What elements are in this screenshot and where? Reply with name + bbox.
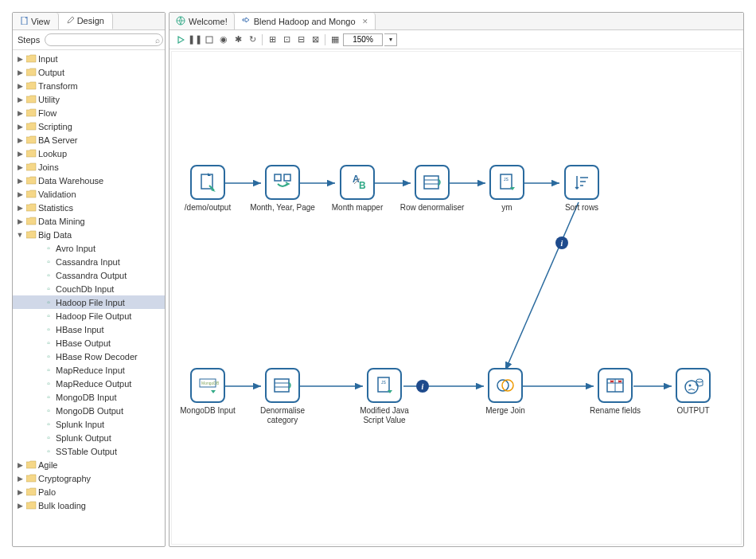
tree-leaf[interactable]: ▫HBase Output xyxy=(13,336,165,350)
run-icon[interactable] xyxy=(174,33,187,46)
tree-folder[interactable]: ▶Lookup xyxy=(13,147,165,160)
node-label: Row denormaliser xyxy=(400,203,465,213)
tree-leaf[interactable]: ▫MongoDB Input xyxy=(13,390,165,404)
app-root: View Design Steps ⌕ ⊞ ☰ ▶Input▶Output▶Tr… xyxy=(0,0,756,559)
tree-leaf[interactable]: ▫Hadoop File Output xyxy=(13,309,165,322)
node-row-denormaliser[interactable]: Row denormaliser xyxy=(396,165,468,213)
expand-arrow-icon[interactable]: ▶ xyxy=(16,475,24,483)
tree-folder[interactable]: ▶Cryptography xyxy=(13,471,165,485)
tab-welcome-label: Welcome! xyxy=(189,17,228,26)
expand-arrow-icon[interactable]: ▶ xyxy=(16,163,24,171)
impact-icon[interactable]: ⊡ xyxy=(280,33,293,46)
expand-arrow-icon[interactable]: ▶ xyxy=(16,461,24,469)
node-month-mapper[interactable]: AB Month mapper xyxy=(321,165,393,213)
node-merge-join[interactable]: Merge Join xyxy=(470,368,541,416)
node-label: Rename fields xyxy=(590,406,641,416)
tree-folder[interactable]: ▶Transform xyxy=(13,79,165,92)
tree-leaf[interactable]: ▫MapReduce Input xyxy=(13,363,165,377)
tree-folder[interactable]: ▶Data Mining xyxy=(13,214,165,228)
node-label: /demo/output xyxy=(185,203,231,213)
explore-icon[interactable]: ⊠ xyxy=(309,33,321,46)
expand-arrow-icon[interactable]: ▶ xyxy=(16,123,24,131)
expand-arrow-icon[interactable]: ▶ xyxy=(16,204,24,212)
tree-leaf[interactable]: ▫MapReduce Output xyxy=(13,377,165,390)
step-icon: ▫ xyxy=(43,257,54,267)
close-icon[interactable]: ✕ xyxy=(362,18,368,25)
tree-folder[interactable]: ▶Agile xyxy=(13,458,165,471)
node-modified-js-value[interactable]: JS Modified Java Script Value xyxy=(349,368,420,425)
verify-icon[interactable]: ⊞ xyxy=(266,33,279,46)
tree-folder[interactable]: ▶Statistics xyxy=(13,201,165,214)
expand-arrow-icon[interactable]: ▶ xyxy=(16,190,24,198)
expand-arrow-icon[interactable]: ▶ xyxy=(16,217,24,225)
tree-folder[interactable]: ▶Validation xyxy=(13,187,165,201)
tree-folder[interactable]: ▼Big Data xyxy=(13,228,165,241)
tree-leaf[interactable]: ▫Cassandra Input xyxy=(13,255,165,268)
steps-tree[interactable]: ▶Input▶Output▶Transform▶Utility▶Flow▶Scr… xyxy=(13,50,165,546)
tree-folder[interactable]: ▶Input xyxy=(13,52,165,65)
tree-folder[interactable]: ▶Output xyxy=(13,65,165,79)
expand-arrow-icon[interactable]: ▼ xyxy=(16,231,24,239)
expand-arrow-icon[interactable]: ▶ xyxy=(16,82,24,90)
flow-canvas[interactable]: i i /demo/output Month, Year, Page AB xyxy=(171,51,742,545)
show-results-icon[interactable]: ▦ xyxy=(329,33,341,46)
expand-arrow-icon[interactable]: ▶ xyxy=(16,109,24,117)
tree-folder[interactable]: ▶Scripting xyxy=(13,119,165,133)
expand-arrow-icon[interactable]: ▶ xyxy=(16,150,24,158)
tree-folder[interactable]: ▶Joins xyxy=(13,160,165,174)
node-ym[interactable]: JS ym xyxy=(471,165,543,213)
tree-folder[interactable]: ▶Bulk loading xyxy=(13,498,165,512)
zoom-input[interactable] xyxy=(343,33,383,46)
tab-design[interactable]: Design xyxy=(59,13,113,29)
tree-leaf[interactable]: ▫HBase Input xyxy=(13,322,165,336)
expand-arrow-icon[interactable]: ▶ xyxy=(16,488,24,496)
node-rename-fields[interactable]: Rename fields xyxy=(579,368,651,416)
tree-leaf[interactable]: ▫Splunk Output xyxy=(13,431,165,444)
tree-leaf[interactable]: ▫MongoDB Output xyxy=(13,404,165,417)
svg-text:i: i xyxy=(561,239,563,248)
expand-arrow-icon[interactable]: ▶ xyxy=(16,55,24,63)
replay-icon[interactable]: ↻ xyxy=(246,33,259,46)
svg-text:B: B xyxy=(359,180,366,191)
expand-arrow-icon[interactable]: ▶ xyxy=(16,502,24,510)
tree-leaf[interactable]: ▫Splunk Input xyxy=(13,417,165,431)
expand-arrow-icon[interactable]: ▶ xyxy=(16,136,24,144)
canvas-toolbar: ❚❚ ◉ ✱ ↻ ⊞ ⊡ ⊟ ⊠ ▦ ▾ xyxy=(170,30,743,49)
tree-leaf[interactable]: ▫SSTable Output xyxy=(13,444,165,458)
tree-leaf[interactable]: ▫CouchDb Input xyxy=(13,282,165,295)
tree-folder[interactable]: ▶Data Warehouse xyxy=(13,174,165,187)
preview-icon[interactable]: ◉ xyxy=(217,33,230,46)
expand-arrow-icon[interactable]: ▶ xyxy=(16,177,24,185)
tree-folder[interactable]: ▶BA Server xyxy=(13,133,165,147)
tab-welcome[interactable]: Welcome! xyxy=(170,13,235,29)
tree-item-label: SSTable Output xyxy=(56,447,117,456)
folder-icon xyxy=(25,460,37,470)
svg-point-44 xyxy=(689,385,692,387)
tree-folder[interactable]: ▶Flow xyxy=(13,106,165,119)
expand-arrow-icon[interactable]: ▶ xyxy=(16,96,24,104)
node-output[interactable]: OUTPUT xyxy=(657,368,729,416)
tab-view[interactable]: View xyxy=(13,13,59,29)
sql-icon[interactable]: ⊟ xyxy=(294,33,307,46)
node-month-year-page[interactable]: Month, Year, Page xyxy=(247,165,318,213)
zoom-dropdown[interactable]: ▾ xyxy=(384,33,397,46)
tree-folder[interactable]: ▶Utility xyxy=(13,92,165,106)
node-mongodb-input[interactable]: MongoDB MongoDB Input xyxy=(172,368,244,416)
node-sort-rows[interactable]: Sort rows xyxy=(546,165,618,213)
tab-blend[interactable]: Blend Hadoop and Mongo ✕ xyxy=(235,13,376,29)
tree-item-label: Palo xyxy=(38,487,56,497)
node-denormalise-category[interactable]: Denormalise category xyxy=(247,368,318,425)
debug-icon[interactable]: ✱ xyxy=(232,33,244,46)
search-input[interactable] xyxy=(45,33,163,46)
node-demo-output[interactable]: /demo/output xyxy=(172,165,244,213)
stop-icon[interactable] xyxy=(203,33,216,46)
tree-leaf[interactable]: ▫Avro Input xyxy=(13,241,165,255)
expand-arrow-icon[interactable]: ▶ xyxy=(16,68,24,76)
flow-arrows: i i xyxy=(172,52,741,544)
tree-folder[interactable]: ▶Palo xyxy=(13,485,165,498)
tree-item-label: Hadoop File Output xyxy=(56,311,131,321)
tree-leaf[interactable]: ▫Cassandra Output xyxy=(13,268,165,282)
tree-leaf[interactable]: ▫Hadoop File Input xyxy=(13,295,165,309)
pause-icon[interactable]: ❚❚ xyxy=(189,33,201,46)
tree-leaf[interactable]: ▫HBase Row Decoder xyxy=(13,350,165,363)
